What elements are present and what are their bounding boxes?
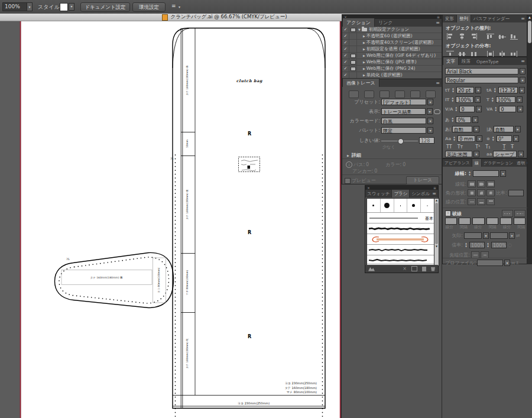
expand-icon[interactable]: ▶	[363, 34, 365, 38]
tab-appearance[interactable]: アピアランス	[443, 159, 472, 167]
dropdown-icon[interactable]: ▾	[517, 96, 523, 103]
check-icon[interactable]: ✓	[342, 46, 349, 52]
butt-cap-button[interactable]	[468, 180, 476, 187]
ratio-input[interactable]	[508, 190, 524, 196]
tab-links[interactable]: リンク	[375, 18, 397, 27]
font-family-select[interactable]: Arial Black	[445, 68, 518, 74]
dropdown-icon[interactable]: ▾	[517, 106, 523, 112]
remove-brush-stroke-icon[interactable]: ×	[403, 266, 407, 271]
swap-arrows-icon[interactable]: ⇄	[516, 233, 520, 238]
vscale-input[interactable]: 100%	[456, 96, 473, 103]
panel-menu-icon[interactable]: ≡	[436, 20, 442, 27]
high-color-icon[interactable]	[364, 90, 374, 98]
flap-label-h[interactable]: タテ 160mm(180mm) 蓋	[90, 276, 123, 279]
tab-image-trace[interactable]: 画像トレース	[342, 78, 379, 87]
spec-block[interactable]: ヨコ 230mm(250mm) タテ 160mm(180mm) マチ 80mm(…	[285, 381, 317, 394]
dialog-toggle[interactable]	[349, 59, 357, 65]
spec-line[interactable]: ヨコ 230mm(250mm)	[285, 381, 317, 385]
align-center-button[interactable]	[468, 198, 476, 205]
r-mark-2[interactable]: R	[248, 230, 251, 235]
aki-left-select[interactable]: 自動	[452, 126, 472, 132]
segment-label[interactable]: 50mm	[186, 140, 189, 148]
outline-icon[interactable]	[426, 90, 436, 98]
grayscale-icon[interactable]	[395, 90, 405, 98]
dialog-toggle[interactable]	[349, 66, 357, 72]
dock-scrollbar[interactable]: ▲	[527, 14, 532, 264]
panel-menu-icon[interactable]: ≡	[436, 80, 442, 87]
check-icon[interactable]: ✓	[342, 72, 349, 78]
align-left-icon[interactable]	[446, 33, 454, 40]
action-set-label[interactable]: 初期設定アクション	[369, 27, 409, 33]
font-size-input[interactable]: 20 pt	[456, 87, 474, 93]
weight-input[interactable]	[473, 170, 499, 177]
flap-label-v[interactable]: ヨコ 80mm(100mm)	[157, 267, 160, 293]
slider-knob[interactable]	[398, 138, 404, 144]
action-label[interactable]: Web用に保存 (GIF 64ディザあり)	[366, 53, 436, 59]
bevel-join-button[interactable]	[486, 189, 495, 196]
check-icon[interactable]: ✓	[342, 40, 349, 46]
dropdown-icon[interactable]: ▾	[500, 170, 506, 177]
tab-actions[interactable]: アクション	[342, 18, 375, 27]
action-label[interactable]: Web用に保存 (JPG 標準)	[366, 59, 417, 65]
action-row[interactable]: ✓ ▶ 不透明度60 (選択範囲)	[342, 33, 442, 40]
advanced-label[interactable]: 詳細	[352, 152, 361, 158]
collapse-icon[interactable]: ≡	[433, 186, 436, 190]
stepper[interactable]: ▲▼	[493, 87, 497, 93]
threshold-slider[interactable]	[381, 138, 418, 144]
segment-label[interactable]: タテ 160mm(180mm) 蓋	[186, 65, 189, 96]
panel-switch-dropdown-icon[interactable]: ▾	[179, 5, 180, 9]
dropdown-icon[interactable]: ▾	[520, 68, 525, 74]
stepper[interactable]: ▲▼	[491, 135, 495, 142]
action-label[interactable]: 初期設定を適用 (選択範囲)	[366, 46, 420, 52]
dialog-toggle[interactable]	[349, 33, 357, 39]
preset-select[interactable]: [デフォルト]	[381, 99, 426, 105]
scale-start-input[interactable]: 100%	[469, 242, 485, 248]
small-caps-button[interactable]: Tт	[458, 144, 463, 150]
strikethrough-button[interactable]: Ŧ	[511, 144, 514, 150]
eye-icon[interactable]	[434, 109, 440, 114]
rough-brush-row[interactable]	[367, 245, 434, 255]
stepper[interactable]: ▲▼	[452, 135, 456, 142]
expand-icon[interactable]: ▶	[363, 54, 365, 57]
aki-right-select[interactable]: 自動	[494, 126, 514, 132]
brush-item[interactable]	[367, 199, 381, 212]
brush-libraries-icon[interactable]	[368, 267, 375, 271]
action-set-row[interactable]: ✓ ▼ 初期設定アクション	[342, 27, 442, 33]
flip-across-icon[interactable]: ⊼	[516, 261, 518, 265]
tab-gradient[interactable]: グラデーション	[482, 159, 515, 167]
dropdown-icon[interactable]: ▾	[427, 127, 433, 134]
document-setup-button[interactable]: ドキュメント設定	[80, 2, 130, 12]
canvas[interactable]: タテ 160mm(180mm) 蓋 50mm タテ 160mm(180mm) 後…	[0, 21, 342, 418]
tab-align[interactable]: 整列	[456, 14, 471, 22]
view-select[interactable]: トレース結果	[381, 108, 426, 115]
black-white-icon[interactable]	[410, 90, 420, 98]
brush-list-scrollbar[interactable]: ▲ ▼	[434, 198, 439, 266]
flip-along-icon[interactable]: ⋈	[511, 261, 515, 265]
expand-icon[interactable]: ▶	[363, 60, 365, 64]
auto-color-icon[interactable]	[349, 90, 359, 98]
dropdown-icon[interactable]: ▾	[427, 108, 433, 115]
dialog-toggle[interactable]	[349, 72, 357, 78]
stepper[interactable]: ▲▼	[450, 96, 455, 103]
action-label[interactable]: Web用に保存 (PNG 24)	[366, 66, 416, 72]
low-color-icon[interactable]	[379, 90, 390, 98]
arrow-start-select[interactable]	[464, 232, 482, 239]
projecting-cap-button[interactable]	[486, 180, 495, 187]
spec-line[interactable]: タテ 160mm(180mm)	[285, 386, 317, 390]
align-outside-button[interactable]	[486, 198, 495, 205]
gap-input[interactable]	[514, 218, 525, 225]
align-hcenter-icon[interactable]	[458, 33, 466, 40]
tab-pathfinder[interactable]: パスファインダー	[471, 15, 512, 22]
check-icon[interactable]: ✓	[342, 66, 349, 72]
collapse-icon[interactable]: ≡	[437, 15, 440, 19]
underline-button[interactable]: T̲	[502, 144, 505, 150]
baseline-input[interactable]: 0 mm	[458, 135, 475, 142]
scroll-up-icon[interactable]: ▲	[527, 14, 532, 20]
threshold-input[interactable]: 128	[419, 137, 434, 144]
stepper[interactable]: ▲▼	[494, 106, 498, 112]
dim-75-flap[interactable]: 75	[66, 258, 70, 261]
action-row[interactable]: ✓ ▶ Web用に保存 (JPG 標準)	[342, 59, 442, 66]
expand-icon[interactable]: ▶	[347, 154, 349, 157]
panel-menu-icon[interactable]: ≡	[521, 58, 527, 65]
tracking-input[interactable]: 0	[499, 106, 516, 112]
